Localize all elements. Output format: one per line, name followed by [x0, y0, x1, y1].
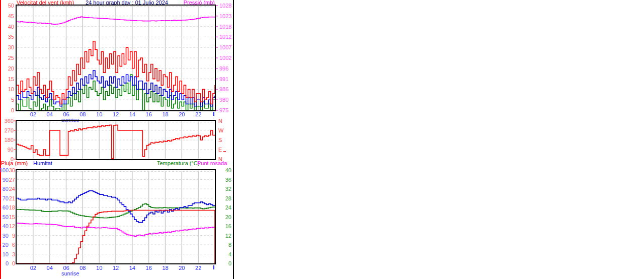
right-axis-tick-label: 20: [225, 214, 231, 220]
axis-end-marker: [213, 265, 214, 269]
left2-axis-tick-label: 3: [12, 251, 15, 257]
left-axis-tick-label: 180: [5, 137, 14, 143]
axis-end-marker: [213, 112, 214, 116]
compass-label: S: [218, 137, 222, 143]
right-axis-tick-label: 1007: [219, 44, 231, 50]
x-axis-tick-label: 20: [179, 111, 185, 117]
left-axis-tick-label: 15: [8, 76, 14, 82]
left-axis-tick-label: 60: [3, 204, 9, 211]
left-axis-tick-label: 10: [8, 86, 14, 92]
x-axis-tick-label: 12: [113, 111, 119, 117]
left2-axis-tick-label: 12: [9, 223, 15, 229]
left-axis-tick-label: 270: [5, 127, 14, 133]
sunrise-label: sunrise: [61, 270, 79, 276]
x-axis-tick-label: 04: [47, 265, 53, 271]
x-axis-tick-label: 08: [79, 111, 86, 117]
left2-axis-tick-label: 0: [12, 260, 15, 266]
right-axis-tick-label: 16: [225, 223, 231, 229]
x-axis-tick-label: 22: [195, 111, 201, 117]
x-axis-tick-label: 18: [162, 265, 168, 271]
compass-label: W: [218, 127, 224, 133]
left-axis-tick-label: 360: [5, 118, 14, 124]
left2-axis-tick-label: 24: [9, 186, 15, 192]
right-axis-tick-label: 1012: [219, 34, 231, 40]
x-axis-tick-label: 14: [129, 265, 135, 271]
right-axis-tick-label: 991: [219, 76, 228, 82]
left-axis-tick-label: 40: [3, 223, 9, 229]
compass-label: E: [218, 147, 222, 153]
x-axis-tick-label: 22: [195, 265, 201, 271]
left2-axis-tick-label: 9: [12, 233, 15, 239]
x-axis-tick-label: 02: [30, 111, 36, 117]
right-axis-tick-label: 1023: [219, 13, 231, 19]
x-axis-tick-label: 12: [113, 265, 119, 271]
x-axis-tick-label: 16: [146, 265, 152, 271]
right-axis-tick-label: 0: [228, 260, 231, 266]
right-axis-tick-label: 36: [225, 177, 231, 183]
x-axis-tick-label: 16: [146, 111, 152, 117]
x-axis-tick-label: 04: [47, 111, 53, 117]
left-axis-tick-label: 35: [8, 34, 14, 40]
left-axis-tick-label: 45: [8, 13, 14, 19]
right-axis-tick-label: 4: [228, 251, 231, 257]
left-axis-tick-label: 0: [11, 107, 14, 113]
left-axis-tick-label: 100: [0, 167, 9, 173]
rain-humidity-temperature-chart: 1009080706050403020100302724211815129630…: [0, 167, 233, 276]
left-axis-tick-label: 50: [3, 214, 9, 220]
left2-axis-tick-label: 15: [9, 214, 15, 220]
x-axis-tick-label: 14: [129, 111, 135, 117]
right-axis-tick-label: 8: [228, 242, 231, 248]
wind-pressure-chart: 5045403530252015105010281023101810121007…: [8, 3, 232, 123]
right-axis-tick-label: 32: [225, 186, 231, 192]
left2-axis-tick-label: 27: [9, 177, 15, 183]
weather-charts-canvas: 5045403530252015105010281023101810121007…: [0, 0, 233, 279]
right-axis-tick-label: 1018: [219, 24, 231, 30]
left-axis-tick-label: 30: [3, 233, 9, 239]
left2-axis-tick-label: 18: [9, 204, 15, 211]
right-axis-tick-label: 986: [219, 86, 228, 92]
left2-axis-tick-label: 30: [9, 167, 15, 173]
left-axis-tick-label: 70: [3, 195, 9, 201]
wind-direction-chart: 360270180900NWSEN: [5, 118, 226, 162]
right-axis-tick-label: 28: [225, 195, 231, 201]
right-axis-tick-label: 980: [219, 97, 228, 103]
right-axis-tick-label: 1028: [219, 3, 231, 9]
right-axis-tick-label: 12: [225, 233, 231, 239]
weather-dashboard: Velocitat del vent (kmh) 24 hour graph d…: [0, 0, 644, 279]
x-axis-tick-label: 20: [179, 265, 185, 271]
compass-label: N: [218, 156, 222, 162]
left-axis-tick-label: 0: [11, 156, 14, 162]
right-axis-tick-label: 975: [219, 107, 228, 113]
x-axis-tick-label: 10: [96, 265, 102, 271]
left-axis-tick-label: 5: [11, 97, 14, 103]
left-axis-tick-label: 50: [8, 3, 14, 9]
left2-axis-tick-label: 21: [9, 195, 15, 201]
left-axis-tick-label: 20: [3, 242, 9, 248]
x-axis-tick-label: 18: [162, 111, 168, 117]
right-axis-tick-label: 996: [219, 65, 228, 72]
x-axis-tick-label: 08: [79, 265, 86, 271]
left-axis-tick-label: 30: [8, 44, 14, 50]
x-axis-tick-label: 10: [96, 111, 102, 117]
left-axis-tick-label: 90: [8, 147, 14, 153]
compass-label: N: [218, 118, 222, 124]
left2-axis-tick-label: 6: [12, 242, 15, 248]
right-axis-tick-label: 1002: [219, 55, 231, 61]
left-axis-tick-label: 0: [6, 260, 9, 266]
left-axis-tick-label: 40: [8, 24, 14, 30]
right-axis-tick-label: 24: [225, 204, 231, 211]
left-axis-tick-label: 10: [3, 251, 9, 257]
right-axis-tick-label: 40: [225, 167, 231, 173]
left-axis-tick-label: 80: [3, 186, 9, 192]
left-axis-tick-label: 90: [3, 177, 9, 183]
x-axis-tick-label: 02: [30, 265, 36, 271]
left-axis-tick-label: 20: [8, 65, 14, 72]
left-axis-tick-label: 25: [8, 55, 14, 61]
